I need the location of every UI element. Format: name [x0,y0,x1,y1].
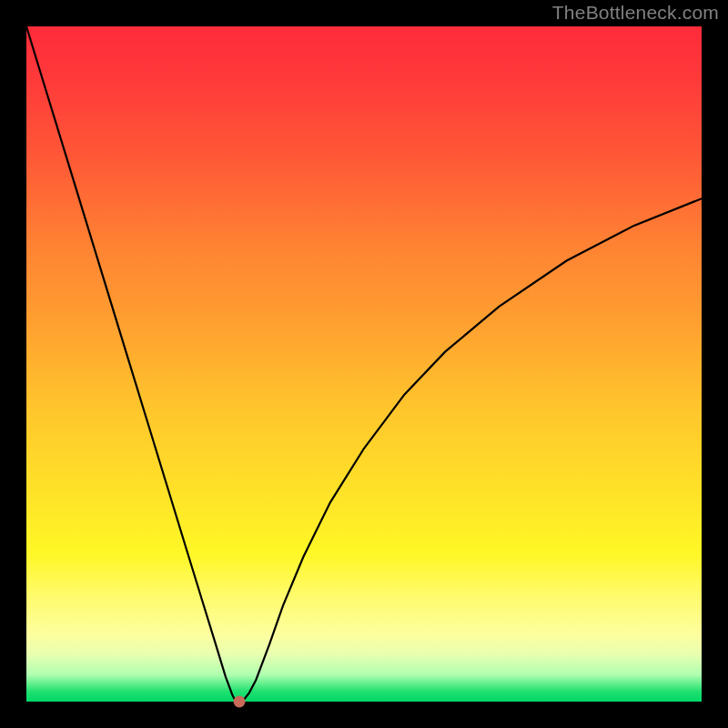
attribution-label: TheBottleneck.com [552,2,719,24]
bottleneck-curve-svg [26,26,702,702]
chart-container: TheBottleneck.com [0,0,728,728]
bottleneck-curve-path [26,26,702,702]
optimal-point-marker [233,696,245,708]
